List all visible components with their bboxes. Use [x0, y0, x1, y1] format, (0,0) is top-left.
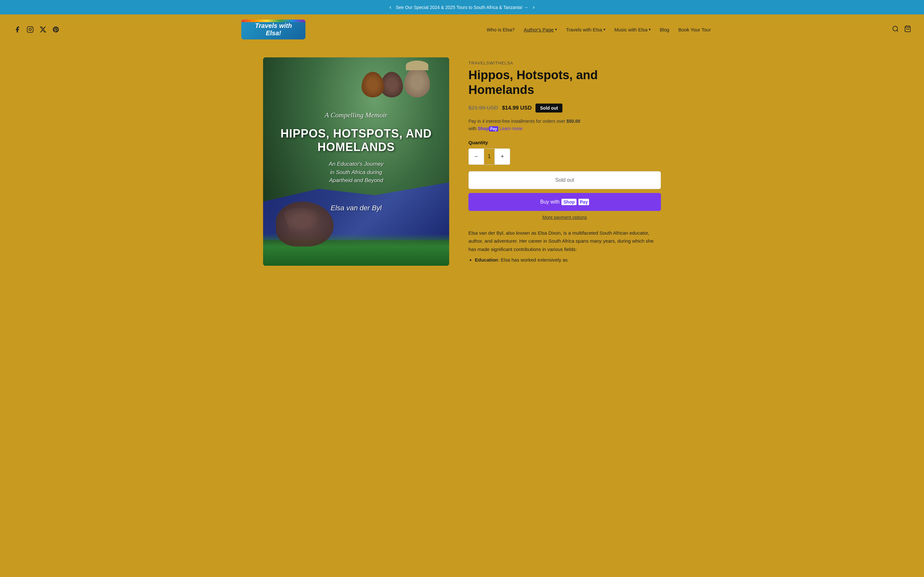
instagram-link[interactable] — [26, 25, 35, 34]
learn-more-link[interactable]: Learn more — [499, 126, 523, 131]
installment-amount: $50.00 — [567, 119, 580, 124]
announcement-bar: ‹ See Our Special 2024 & 2025 Tours to S… — [0, 0, 924, 15]
main-nav: Who is Elsa? Author's Page ▾ Travels wit… — [487, 27, 711, 32]
nav-blog[interactable]: Blog — [660, 27, 669, 32]
instagram-icon — [27, 26, 34, 33]
announcement-text: See Our Special 2024 & 2025 Tours to Sou… — [396, 5, 528, 10]
quantity-decrease-btn[interactable]: − — [469, 149, 484, 164]
logo-image: Travels with Elsa! — [241, 19, 305, 39]
installment-text: Pay in 4 interest-free installments for … — [468, 119, 565, 124]
book-cover-author: Elsa van der Byl — [273, 204, 439, 212]
nav-who-is-elsa[interactable]: Who is Elsa? — [487, 27, 515, 32]
site-header: Travels with Elsa! Who is Elsa? Author's… — [0, 15, 924, 45]
product-image: A Compelling Memoir HIPPOS, HOTSPOTS, AN… — [263, 57, 449, 266]
main-content: A Compelling Memoir HIPPOS, HOTSPOTS, AN… — [237, 45, 687, 285]
sold-out-badge: Sold out — [535, 103, 562, 113]
sold-out-button: Sold out — [468, 171, 661, 189]
cart-button[interactable] — [904, 25, 911, 34]
svg-point-1 — [29, 28, 31, 31]
cart-icon — [904, 25, 911, 32]
book-face-hat — [404, 67, 430, 97]
pinterest-icon — [52, 26, 59, 33]
shoppay-badge: Shop — [478, 126, 489, 131]
quantity-control: − 1 + — [468, 148, 510, 165]
site-logo[interactable]: Travels with Elsa! — [241, 19, 305, 39]
product-gallery: A Compelling Memoir HIPPOS, HOTSPOTS, AN… — [263, 57, 449, 266]
quantity-increase-btn[interactable]: + — [495, 149, 510, 164]
product-description: Elsa van der Byl, also known as Elsa Dix… — [468, 229, 661, 264]
quantity-value: 1 — [484, 149, 495, 164]
nav-music-with-elsa[interactable]: Music with Elsa ▾ — [614, 27, 651, 32]
travels-chevron-icon: ▾ — [604, 27, 606, 32]
product-info: TRAVELSWITHELSA Hippos, Hotspots, and Ho… — [468, 57, 661, 266]
price-row: $21.99 USD $14.99 USD Sold out — [468, 103, 661, 113]
product-title: Hippos, Hotspots, and Homelands — [468, 68, 661, 97]
description-intro: Elsa van der Byl, also known as Elsa Dix… — [468, 229, 661, 253]
facebook-link[interactable] — [13, 25, 22, 34]
more-payment-link[interactable]: More payment options — [543, 215, 587, 220]
shoppay-pay-badge: Pay — [489, 126, 498, 131]
facebook-icon — [14, 26, 21, 33]
book-cover-title: HIPPOS, HOTSPOTS, AND HOMELANDS — [273, 127, 439, 153]
twitter-x-link[interactable] — [39, 25, 47, 34]
announcement-next-btn[interactable]: › — [531, 3, 536, 11]
quantity-label: Quantity — [468, 140, 661, 145]
book-cover-subtitle: An Educator's Journeyin South Africa dur… — [273, 160, 439, 185]
description-education: Education: Elsa has worked extensively a… — [475, 256, 661, 264]
product-brand: TRAVELSWITHELSA — [468, 61, 661, 65]
search-icon — [892, 25, 899, 32]
social-icons — [13, 25, 60, 34]
search-button[interactable] — [892, 25, 899, 34]
original-price: $21.99 USD — [468, 105, 498, 111]
svg-point-3 — [893, 26, 898, 31]
sale-price: $14.99 USD — [502, 105, 532, 111]
installment-info: Pay in 4 interest-free installments for … — [468, 118, 661, 132]
book-cover-content: A Compelling Memoir HIPPOS, HOTSPOTS, AN… — [273, 111, 439, 212]
authors-chevron-icon: ▾ — [555, 27, 557, 32]
installment-with: with — [468, 126, 477, 131]
announcement-arrow: → — [523, 5, 528, 10]
svg-line-4 — [897, 30, 898, 31]
book-tagline: A Compelling Memoir — [273, 111, 439, 119]
book-face-1 — [362, 72, 384, 97]
header-icons — [892, 25, 911, 34]
twitter-x-icon — [39, 26, 47, 33]
svg-rect-0 — [27, 27, 33, 32]
nav-authors-page[interactable]: Author's Page ▾ — [523, 27, 557, 32]
more-payment-options: More payment options — [468, 215, 661, 220]
shoppay-btn-badge: Shop — [561, 199, 577, 205]
shoppay-btn-pay: Pay — [578, 199, 589, 205]
nav-travels-with-elsa[interactable]: Travels with Elsa ▾ — [566, 27, 606, 32]
nav-book-your-tour[interactable]: Book Your Tour — [678, 27, 711, 32]
announcement-prev-btn[interactable]: ‹ — [388, 3, 393, 11]
svg-point-2 — [31, 27, 32, 28]
pinterest-link[interactable] — [51, 25, 60, 34]
music-chevron-icon: ▾ — [649, 27, 651, 32]
buy-btn-text: Buy with — [540, 199, 559, 205]
buy-with-shoppay-button[interactable]: Buy with Shop Pay — [468, 193, 661, 211]
